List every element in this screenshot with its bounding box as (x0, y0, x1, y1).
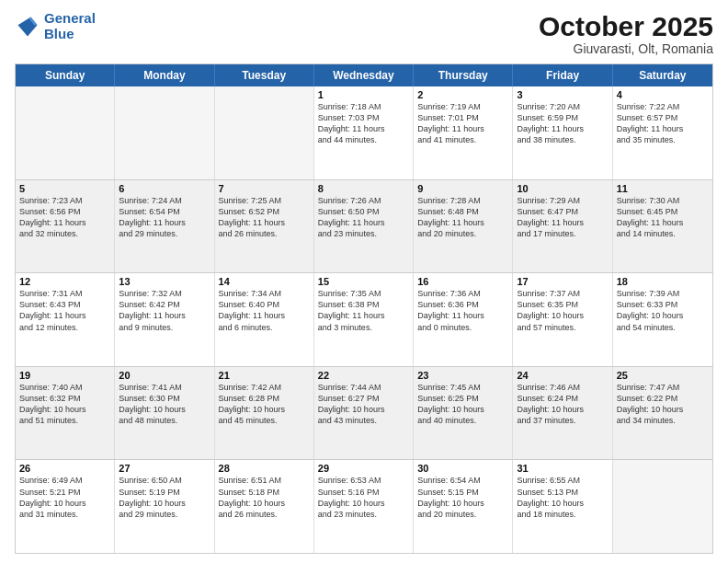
calendar-row-1: 5Sunrise: 7:23 AM Sunset: 6:56 PM Daylig… (16, 179, 712, 273)
cal-cell-3: 3Sunrise: 7:20 AM Sunset: 6:59 PM Daylig… (513, 86, 612, 179)
day-number: 5 (19, 183, 110, 194)
day-info: Sunrise: 6:54 AM Sunset: 5:15 PM Dayligh… (417, 475, 508, 520)
cal-cell-29: 29Sunrise: 6:53 AM Sunset: 5:16 PM Dayli… (314, 460, 414, 553)
cal-cell-15: 15Sunrise: 7:35 AM Sunset: 6:38 PM Dayli… (314, 273, 414, 366)
day-number: 3 (517, 89, 608, 100)
logo-line1: General (44, 10, 96, 26)
cal-cell-16: 16Sunrise: 7:36 AM Sunset: 6:36 PM Dayli… (414, 273, 513, 366)
day-number: 25 (617, 370, 709, 381)
day-number: 1 (318, 89, 409, 100)
cal-cell-19: 19Sunrise: 7:40 AM Sunset: 6:32 PM Dayli… (16, 367, 115, 460)
header-day-wednesday: Wednesday (314, 64, 414, 86)
day-number: 20 (119, 370, 210, 381)
day-info: Sunrise: 7:34 AM Sunset: 6:40 PM Dayligh… (219, 288, 310, 333)
day-number: 31 (517, 463, 608, 474)
day-info: Sunrise: 7:32 AM Sunset: 6:42 PM Dayligh… (119, 288, 210, 333)
cal-cell-21: 21Sunrise: 7:42 AM Sunset: 6:28 PM Dayli… (215, 367, 314, 460)
subtitle: Giuvarasti, Olt, Romania (539, 41, 713, 56)
calendar-row-3: 19Sunrise: 7:40 AM Sunset: 6:32 PM Dayli… (16, 366, 712, 460)
day-number: 14 (219, 276, 310, 287)
header-day-saturday: Saturday (613, 64, 712, 86)
calendar-row-4: 26Sunrise: 6:49 AM Sunset: 5:21 PM Dayli… (16, 459, 712, 553)
day-info: Sunrise: 7:41 AM Sunset: 6:30 PM Dayligh… (119, 382, 210, 427)
day-number: 2 (417, 89, 508, 100)
cal-cell-6: 6Sunrise: 7:24 AM Sunset: 6:54 PM Daylig… (115, 180, 214, 273)
cal-cell-8: 8Sunrise: 7:26 AM Sunset: 6:50 PM Daylig… (314, 180, 414, 273)
day-info: Sunrise: 6:51 AM Sunset: 5:18 PM Dayligh… (219, 475, 310, 520)
cal-cell-18: 18Sunrise: 7:39 AM Sunset: 6:33 PM Dayli… (613, 273, 712, 366)
cal-cell-28: 28Sunrise: 6:51 AM Sunset: 5:18 PM Dayli… (215, 460, 314, 553)
day-info: Sunrise: 7:28 AM Sunset: 6:48 PM Dayligh… (417, 195, 508, 240)
day-number: 15 (318, 276, 409, 287)
day-info: Sunrise: 7:47 AM Sunset: 6:22 PM Dayligh… (617, 382, 709, 427)
day-number: 13 (119, 276, 210, 287)
page: General Blue October 2025 Giuvarasti, Ol… (0, 0, 728, 563)
day-number: 19 (19, 370, 110, 381)
header-day-thursday: Thursday (414, 64, 513, 86)
cal-cell-1: 1Sunrise: 7:18 AM Sunset: 7:03 PM Daylig… (314, 86, 414, 179)
day-info: Sunrise: 6:50 AM Sunset: 5:19 PM Dayligh… (119, 475, 210, 520)
day-info: Sunrise: 7:24 AM Sunset: 6:54 PM Dayligh… (119, 195, 210, 240)
cal-cell-27: 27Sunrise: 6:50 AM Sunset: 5:19 PM Dayli… (115, 460, 214, 553)
title-block: October 2025 Giuvarasti, Olt, Romania (539, 11, 713, 56)
day-info: Sunrise: 6:49 AM Sunset: 5:21 PM Dayligh… (19, 475, 110, 520)
day-info: Sunrise: 6:55 AM Sunset: 5:13 PM Dayligh… (517, 475, 608, 520)
day-number: 18 (617, 276, 709, 287)
day-info: Sunrise: 7:46 AM Sunset: 6:24 PM Dayligh… (517, 382, 608, 427)
day-info: Sunrise: 7:40 AM Sunset: 6:32 PM Dayligh… (19, 382, 110, 427)
day-info: Sunrise: 7:30 AM Sunset: 6:45 PM Dayligh… (617, 195, 709, 240)
calendar-header: SundayMondayTuesdayWednesdayThursdayFrid… (16, 64, 712, 86)
day-info: Sunrise: 7:37 AM Sunset: 6:35 PM Dayligh… (517, 288, 608, 333)
svg-marker-0 (18, 17, 38, 36)
main-title: October 2025 (539, 11, 713, 41)
cal-cell-10: 10Sunrise: 7:29 AM Sunset: 6:47 PM Dayli… (513, 180, 612, 273)
cal-cell-empty-6 (613, 460, 712, 553)
cal-cell-26: 26Sunrise: 6:49 AM Sunset: 5:21 PM Dayli… (16, 460, 115, 553)
cal-cell-empty-1 (115, 86, 214, 179)
cal-cell-5: 5Sunrise: 7:23 AM Sunset: 6:56 PM Daylig… (16, 180, 115, 273)
day-number: 23 (417, 370, 508, 381)
calendar-body: 1Sunrise: 7:18 AM Sunset: 7:03 PM Daylig… (16, 86, 712, 553)
day-info: Sunrise: 7:20 AM Sunset: 6:59 PM Dayligh… (517, 101, 608, 146)
cal-cell-14: 14Sunrise: 7:34 AM Sunset: 6:40 PM Dayli… (215, 273, 314, 366)
cal-cell-empty-2 (215, 86, 314, 179)
day-number: 9 (417, 183, 508, 194)
day-info: Sunrise: 7:42 AM Sunset: 6:28 PM Dayligh… (219, 382, 310, 427)
cal-cell-2: 2Sunrise: 7:19 AM Sunset: 7:01 PM Daylig… (414, 86, 513, 179)
day-info: Sunrise: 7:44 AM Sunset: 6:27 PM Dayligh… (318, 382, 409, 427)
logo-line2: Blue (44, 26, 74, 41)
cal-cell-23: 23Sunrise: 7:45 AM Sunset: 6:25 PM Dayli… (414, 367, 513, 460)
cal-cell-4: 4Sunrise: 7:22 AM Sunset: 6:57 PM Daylig… (613, 86, 712, 179)
day-number: 17 (517, 276, 608, 287)
day-info: Sunrise: 7:31 AM Sunset: 6:43 PM Dayligh… (19, 288, 110, 333)
day-number: 4 (617, 89, 709, 100)
calendar-row-2: 12Sunrise: 7:31 AM Sunset: 6:43 PM Dayli… (16, 272, 712, 366)
day-info: Sunrise: 7:22 AM Sunset: 6:57 PM Dayligh… (617, 101, 709, 146)
day-number: 24 (517, 370, 608, 381)
cal-cell-9: 9Sunrise: 7:28 AM Sunset: 6:48 PM Daylig… (414, 180, 513, 273)
day-number: 8 (318, 183, 409, 194)
header: General Blue October 2025 Giuvarasti, Ol… (15, 11, 713, 56)
calendar: SundayMondayTuesdayWednesdayThursdayFrid… (15, 63, 713, 554)
cal-cell-25: 25Sunrise: 7:47 AM Sunset: 6:22 PM Dayli… (613, 367, 712, 460)
logo: General Blue (15, 11, 96, 41)
day-info: Sunrise: 7:23 AM Sunset: 6:56 PM Dayligh… (19, 195, 110, 240)
header-day-friday: Friday (513, 64, 612, 86)
day-number: 26 (19, 463, 110, 474)
cal-cell-13: 13Sunrise: 7:32 AM Sunset: 6:42 PM Dayli… (115, 273, 214, 366)
cal-cell-30: 30Sunrise: 6:54 AM Sunset: 5:15 PM Dayli… (414, 460, 513, 553)
header-day-sunday: Sunday (16, 64, 115, 86)
day-info: Sunrise: 7:39 AM Sunset: 6:33 PM Dayligh… (617, 288, 709, 333)
cal-cell-24: 24Sunrise: 7:46 AM Sunset: 6:24 PM Dayli… (513, 367, 612, 460)
day-number: 12 (19, 276, 110, 287)
day-number: 30 (417, 463, 508, 474)
header-day-monday: Monday (115, 64, 214, 86)
header-day-tuesday: Tuesday (215, 64, 314, 86)
calendar-row-0: 1Sunrise: 7:18 AM Sunset: 7:03 PM Daylig… (16, 86, 712, 179)
day-number: 16 (417, 276, 508, 287)
day-info: Sunrise: 7:36 AM Sunset: 6:36 PM Dayligh… (417, 288, 508, 333)
cal-cell-11: 11Sunrise: 7:30 AM Sunset: 6:45 PM Dayli… (613, 180, 712, 273)
cal-cell-20: 20Sunrise: 7:41 AM Sunset: 6:30 PM Dayli… (115, 367, 214, 460)
day-info: Sunrise: 7:18 AM Sunset: 7:03 PM Dayligh… (318, 101, 409, 146)
day-info: Sunrise: 7:45 AM Sunset: 6:25 PM Dayligh… (417, 382, 508, 427)
